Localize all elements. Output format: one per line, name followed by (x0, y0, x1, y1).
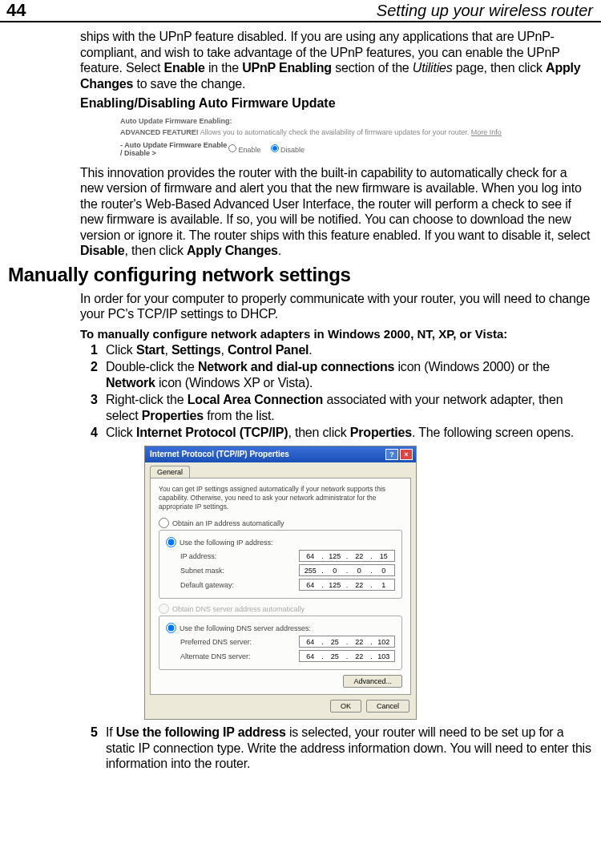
numbered-list-cont: 5 If Use the following IP address is sel… (80, 725, 593, 772)
step-5: 5 If Use the following IP address is sel… (80, 725, 593, 772)
page-title: Setting up your wireless router (40, 2, 601, 20)
page-number: 44 (0, 0, 40, 21)
alternate-dns-input[interactable]: 64.25.22.103 (299, 650, 395, 662)
help-button[interactable]: ? (385, 449, 398, 460)
subhead-auto-firmware: Enabling/Disabling Auto Firmware Update (80, 96, 593, 111)
field-gateway: Default gateway: 64.125.22.1 (180, 579, 395, 591)
content: ships with the UPnP feature disabled. If… (0, 22, 601, 772)
radio-disable[interactable]: Disable (271, 144, 305, 154)
radio-use-ip[interactable]: Use the following IP address: (166, 537, 395, 547)
ok-button[interactable]: OK (330, 700, 361, 713)
radio-disable-input[interactable] (271, 144, 279, 152)
field-adns: Alternate DNS server: 64.25.22.103 (180, 650, 395, 662)
group-static-ip: Use the following IP address: IP address… (159, 530, 402, 599)
advanced-button[interactable]: Advanced... (343, 675, 402, 688)
radio-obtain-ip-input[interactable] (159, 518, 169, 528)
heading-manual-config: Manually configuring network settings (8, 264, 593, 286)
step-4: 4 Click Internet Protocol (TCP/IP), then… (80, 425, 593, 441)
s1-desc: ADVANCED FEATURE! Allows you to automati… (120, 127, 505, 138)
radio-obtain-ip[interactable]: Obtain an IP address automatically (159, 518, 402, 528)
panel-desc: You can get IP settings assigned automat… (159, 485, 402, 511)
radio-enable[interactable]: Enable (228, 144, 261, 154)
cancel-button[interactable]: Cancel (366, 700, 409, 713)
gateway-input[interactable]: 64.125.22.1 (299, 579, 395, 591)
step-1: 1 Click Start, Settings, Control Panel. (80, 342, 593, 358)
panel: You can get IP settings assigned automat… (150, 478, 411, 695)
field-mask: Subnet mask: 255.0.0.0 (180, 564, 395, 576)
field-pdns: Preferred DNS server: 64.25.22.102 (180, 636, 395, 648)
screenshot-tcpip-dialog: Internet Protocol (TCP/IP) Properties ? … (144, 446, 593, 720)
subnet-mask-input[interactable]: 255.0.0.0 (299, 564, 395, 576)
s1-control-row: - Auto Update Firmware Enable / Disable … (120, 141, 505, 157)
s1-title: Auto Update Firmware Enabling: (120, 117, 505, 125)
field-ip: IP address: 64.125.22.15 (180, 550, 395, 562)
titlebar-text: Internet Protocol (TCP/IP) Properties (150, 450, 385, 458)
titlebar: Internet Protocol (TCP/IP) Properties ? … (145, 446, 416, 462)
paragraph-upnp: ships with the UPnP feature disabled. If… (80, 29, 593, 91)
s1-label: - Auto Update Firmware Enable / Disable … (120, 141, 228, 157)
close-button[interactable]: × (400, 449, 413, 460)
ip-address-input[interactable]: 64.125.22.15 (299, 550, 395, 562)
step-2: 2 Double-click the Network and dial-up c… (80, 359, 593, 390)
radio-enable-input[interactable] (228, 144, 236, 152)
radio-obtain-dns: Obtain DNS server address automatically (159, 604, 402, 614)
dialog-buttons: OK Cancel (145, 700, 409, 713)
advanced-row: Advanced... (159, 675, 402, 688)
more-info-link[interactable]: More Info (471, 128, 502, 136)
list-heading: To manually configure network adapters i… (80, 327, 593, 341)
page-header: 44 Setting up your wireless router (0, 0, 601, 22)
tabs: General (150, 466, 416, 478)
s1-radios: Enable Disable (228, 144, 305, 154)
preferred-dns-input[interactable]: 64.25.22.102 (299, 636, 395, 648)
group-dns: Use the following DNS server addresses: … (159, 616, 402, 670)
radio-obtain-dns-input (159, 604, 169, 614)
titlebar-buttons: ? × (385, 449, 413, 460)
paragraph-auto-update: This innovation provides the router with… (80, 165, 593, 259)
numbered-list: 1 Click Start, Settings, Control Panel. … (80, 342, 593, 441)
radio-use-ip-input[interactable] (166, 537, 176, 547)
tab-general[interactable]: General (150, 466, 190, 478)
paragraph-dhcp: In order for your computer to properly c… (80, 291, 593, 322)
screenshot-auto-update: Auto Update Firmware Enabling: ADVANCED … (120, 117, 505, 157)
dialog: Internet Protocol (TCP/IP) Properties ? … (144, 446, 417, 720)
radio-use-dns-input[interactable] (166, 623, 176, 633)
step-3: 3 Right-click the Local Area Connection … (80, 392, 593, 423)
radio-use-dns[interactable]: Use the following DNS server addresses: (166, 623, 395, 633)
